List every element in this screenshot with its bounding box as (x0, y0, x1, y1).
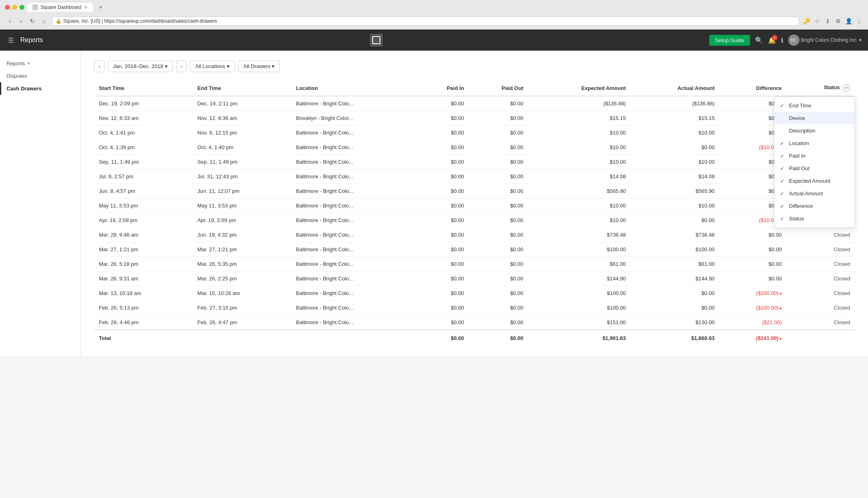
dropdown-item-paid-out[interactable]: ✓ Paid Out (774, 162, 855, 175)
dropdown-item-status[interactable]: ✓ Status (774, 212, 855, 225)
date-next-button[interactable]: › (176, 60, 187, 72)
table-row[interactable]: May 11, 3:53 pm May 11, 3:53 pm Baltimor… (94, 199, 855, 213)
sidebar: Reports ▾ Disputes Cash Drawers (0, 51, 81, 356)
dropdown-item-label: End Time (789, 103, 811, 109)
table-row[interactable]: Sep. 11, 1:49 pm Sep. 11, 1:49 pm Baltim… (94, 155, 855, 169)
browser-tab[interactable]: Square Dashboard ✕ (28, 3, 93, 12)
cell-status: Closed (787, 286, 855, 301)
cell-difference: $0.00 (719, 271, 787, 286)
home-button[interactable]: ⌂ (39, 16, 49, 26)
sidebar-item-cash-drawers[interactable]: Cash Drawers (0, 82, 81, 95)
table-row[interactable]: Feb. 26, 4:46 pm Feb. 26, 4:47 pm Baltim… (94, 315, 855, 330)
dropdown-item-location[interactable]: ✓ Location (774, 137, 855, 150)
main-layout: Reports ▾ Disputes Cash Drawers ‹ Jan. 2… (0, 51, 868, 356)
notification-icon[interactable]: 🔔 1 (768, 36, 776, 44)
locations-filter[interactable]: All Locations ▾ (190, 60, 235, 72)
star-icon[interactable]: ☆ (813, 17, 821, 25)
table-row[interactable]: Oct. 4, 1:41 pm Nov. 6, 12:15 pm Baltimo… (94, 126, 855, 140)
status-badge: Closed (834, 305, 850, 311)
cell-expected-amount: $61.00 (528, 257, 631, 271)
cell-start-time: Feb. 26, 4:46 pm (94, 315, 192, 330)
extension-icon[interactable]: ⚙ (834, 17, 842, 25)
search-icon[interactable]: 🔍 (755, 36, 763, 44)
table-row[interactable]: Jul. 9, 2:57 pm Jul. 31, 12:43 pm Baltim… (94, 169, 855, 184)
cell-actual-amount: $10.00 (631, 126, 719, 140)
cell-end-time: Feb. 27, 3:15 pm (192, 301, 291, 315)
reload-button[interactable]: ↻ (28, 16, 37, 26)
table-row[interactable]: Mar. 26, 9:31 am Mar. 26, 2:25 pm Baltim… (94, 271, 855, 286)
cell-difference: ($21.00) (719, 315, 787, 330)
table-row[interactable]: Mar. 13, 10:18 am Mar. 15, 10:28 am Balt… (94, 286, 855, 301)
dropdown-item-end-time[interactable]: ✓ End Time (774, 99, 855, 112)
cell-paid-in: $0.00 (418, 242, 469, 257)
table-wrapper: Start Time End Time Location Paid In Pai… (94, 80, 855, 346)
check-icon: ✓ (780, 203, 786, 209)
cell-end-time: Mar. 26, 2:25 pm (192, 271, 291, 286)
table-row[interactable]: Mar. 29, 9:46 am Jun. 19, 4:32 pm Baltim… (94, 228, 855, 242)
user-menu[interactable]: BC Bright Colors Clothing Inc. ▾ (788, 34, 862, 46)
cell-difference: $0.00 (719, 228, 787, 242)
dropdown-item-expected-amount[interactable]: ✓ Expected Amount (774, 175, 855, 187)
col-expected-amount: Expected Amount (528, 80, 631, 96)
footer-location (291, 330, 418, 346)
key-icon[interactable]: 🔑 (802, 17, 810, 25)
cell-actual-amount: $144.90 (631, 271, 719, 286)
forward-button[interactable]: › (16, 16, 26, 26)
tab-favicon (32, 4, 38, 10)
table-row[interactable]: Apr. 19, 2:09 pm Apr. 19, 2:09 pm Baltim… (94, 213, 855, 228)
tab-close-icon[interactable]: ✕ (84, 4, 88, 10)
dropdown-item-paid-in[interactable]: ✓ Paid In (774, 150, 855, 162)
table-row[interactable]: Mar. 27, 1:21 pm Mar. 27, 1:21 pm Baltim… (94, 242, 855, 257)
cell-end-time: Nov. 6, 12:15 pm (192, 126, 291, 140)
close-dot[interactable] (5, 5, 10, 10)
back-button[interactable]: ‹ (5, 16, 15, 26)
cell-expected-amount: $14.08 (528, 169, 631, 184)
user-icon[interactable]: 👤 (845, 17, 853, 25)
cell-location: Baltimore - Bright Colo... (291, 315, 418, 330)
url-bar[interactable]: 🔒 Square, Inc. [US] | https://squareup.c… (52, 17, 799, 26)
sidebar-item-disputes[interactable]: Disputes (0, 70, 81, 82)
table-row[interactable]: Jun. 8, 4:57 pm Jun. 11, 12:07 pm Baltim… (94, 184, 855, 199)
date-prev-button[interactable]: ‹ (94, 60, 105, 72)
dropdown-item-label: Location (789, 140, 809, 146)
dropdown-item-difference[interactable]: ✓ Difference (774, 200, 855, 212)
sidebar-item-reports[interactable]: Reports ▾ (0, 57, 81, 70)
dropdown-item-actual-amount[interactable]: ✓ Actual Amount (774, 187, 855, 200)
cell-start-time: Jul. 9, 2:57 pm (94, 169, 192, 184)
hamburger-icon[interactable]: ☰ (6, 35, 15, 46)
cell-actual-amount: $100.00 (631, 242, 719, 257)
footer-end-time (192, 330, 291, 346)
table-row[interactable]: Mar. 26, 5:18 pm Mar. 26, 5:35 pm Baltim… (94, 257, 855, 271)
check-icon: ✓ (780, 103, 786, 109)
date-range-filter[interactable]: Jan. 2018–Dec. 2018 ▾ (108, 60, 173, 72)
cell-location: Baltimore - Bright Colo... (291, 184, 418, 199)
status-badge: Closed (834, 276, 850, 282)
drawers-filter[interactable]: All Drawers ▾ (238, 60, 280, 72)
table-row[interactable]: Nov. 12, 8:33 am Nov. 12, 8:36 am Brookl… (94, 111, 855, 126)
maximize-dot[interactable] (19, 5, 24, 10)
dropdown-item-device[interactable]: Device (774, 112, 855, 124)
dropdown-item-description[interactable]: Description (774, 124, 855, 137)
table-row[interactable]: Dec. 19, 2:09 pm Dec. 19, 2:11 pm Baltim… (94, 96, 855, 111)
cell-paid-in: $0.00 (418, 111, 469, 126)
chevron-down-icon: ▾ (165, 63, 168, 69)
info-icon[interactable]: ℹ (823, 17, 832, 25)
new-tab-button[interactable]: + (96, 2, 106, 12)
cell-end-time: Nov. 12, 8:36 am (192, 111, 291, 126)
minimize-dot[interactable] (12, 5, 17, 10)
setup-guide-button[interactable]: Setup Guide (709, 35, 750, 46)
browser-dots (5, 5, 24, 10)
cell-location: Baltimore - Bright Colo... (291, 271, 418, 286)
check-icon: ✓ (780, 191, 786, 197)
add-column-button[interactable]: + (843, 84, 850, 92)
table-row[interactable]: Oct. 4, 1:39 pm Oct. 4, 1:40 pm Baltimor… (94, 140, 855, 155)
square-logo (372, 36, 380, 44)
cell-expected-amount: $10.00 (528, 140, 631, 155)
table-row[interactable]: Feb. 26, 5:13 pm Feb. 27, 3:15 pm Baltim… (94, 301, 855, 315)
cell-expected-amount: $10.00 (528, 155, 631, 169)
help-icon[interactable]: ℹ (781, 36, 783, 44)
dropdown-item-label: Expected Amount (789, 178, 830, 184)
cell-location: Baltimore - Bright Colo... (291, 155, 418, 169)
cell-location: Baltimore - Bright Colo... (291, 169, 418, 184)
menu-icon[interactable]: ⋮ (855, 17, 863, 25)
